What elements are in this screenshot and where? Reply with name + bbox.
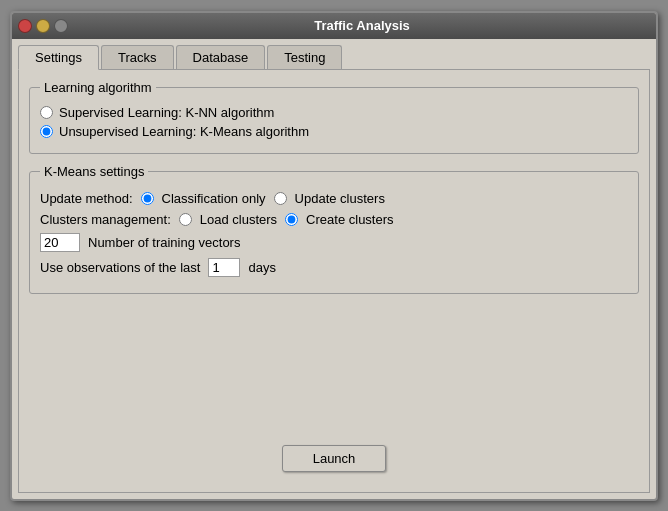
observations-label-before: Use observations of the last bbox=[40, 260, 200, 275]
kmeans-settings-legend: K-Means settings bbox=[40, 164, 148, 179]
knn-label: Supervised Learning: K-NN algorithm bbox=[59, 105, 274, 120]
clusters-management-row: Clusters management: Load clusters Creat… bbox=[40, 212, 628, 227]
titlebar: Traffic Analysis bbox=[12, 13, 656, 39]
tab-bar: Settings Tracks Database Testing bbox=[18, 45, 650, 70]
learning-algorithm-group: Learning algorithm Supervised Learning: … bbox=[29, 80, 639, 154]
kmeans-settings-group: K-Means settings Update method: Classifi… bbox=[29, 164, 639, 294]
window-title: Traffic Analysis bbox=[74, 18, 650, 33]
window-controls bbox=[18, 19, 68, 33]
kmeans-option-row: Unsupervised Learning: K-Means algorithm bbox=[40, 124, 628, 139]
training-vectors-label: Number of training vectors bbox=[88, 235, 240, 250]
training-vectors-row: Number of training vectors bbox=[40, 233, 628, 252]
update-clusters-label: Update clusters bbox=[295, 191, 385, 206]
launch-button[interactable]: Launch bbox=[282, 445, 387, 472]
footer: Launch bbox=[29, 435, 639, 482]
update-method-row: Update method: Classification only Updat… bbox=[40, 191, 628, 206]
kmeans-label: Unsupervised Learning: K-Means algorithm bbox=[59, 124, 309, 139]
observations-label-after: days bbox=[248, 260, 275, 275]
maximize-button[interactable] bbox=[54, 19, 68, 33]
minimize-button[interactable] bbox=[36, 19, 50, 33]
observations-row: Use observations of the last days bbox=[40, 258, 628, 277]
knn-radio[interactable] bbox=[40, 106, 53, 119]
settings-panel: Learning algorithm Supervised Learning: … bbox=[18, 70, 650, 493]
update-clusters-radio[interactable] bbox=[274, 192, 287, 205]
spacer bbox=[29, 304, 639, 425]
observations-input[interactable] bbox=[208, 258, 240, 277]
update-method-label: Update method: bbox=[40, 191, 133, 206]
create-clusters-label: Create clusters bbox=[306, 212, 393, 227]
knn-option-row: Supervised Learning: K-NN algorithm bbox=[40, 105, 628, 120]
window-content: Settings Tracks Database Testing Learnin… bbox=[12, 39, 656, 499]
tab-tracks[interactable]: Tracks bbox=[101, 45, 174, 69]
create-clusters-radio[interactable] bbox=[285, 213, 298, 226]
tab-settings[interactable]: Settings bbox=[18, 45, 99, 70]
main-window: Traffic Analysis Settings Tracks Databas… bbox=[10, 11, 658, 501]
kmeans-radio[interactable] bbox=[40, 125, 53, 138]
classification-label: Classification only bbox=[162, 191, 266, 206]
training-vectors-input[interactable] bbox=[40, 233, 80, 252]
tab-database[interactable]: Database bbox=[176, 45, 266, 69]
close-button[interactable] bbox=[18, 19, 32, 33]
clusters-management-label: Clusters management: bbox=[40, 212, 171, 227]
load-clusters-label: Load clusters bbox=[200, 212, 277, 227]
learning-algorithm-legend: Learning algorithm bbox=[40, 80, 156, 95]
classification-radio[interactable] bbox=[141, 192, 154, 205]
tab-testing[interactable]: Testing bbox=[267, 45, 342, 69]
load-clusters-radio[interactable] bbox=[179, 213, 192, 226]
